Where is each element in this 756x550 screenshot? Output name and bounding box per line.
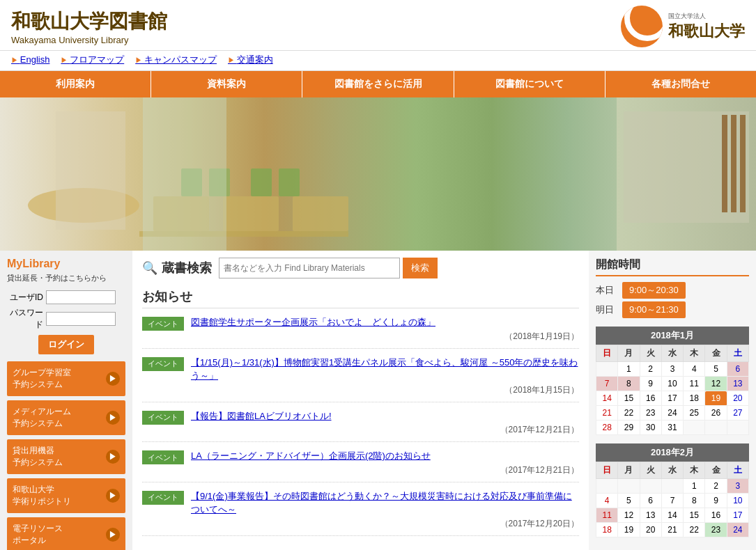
- cal-cell[interactable]: 14: [596, 391, 618, 406]
- news-item-5: イベント 【9/1(金)事業報告】その時図書館はどう動くか？～大規模災害時におけ…: [142, 489, 579, 536]
- cal-cell[interactable]: 20: [640, 523, 661, 537]
- userid-label: ユーザID: [7, 292, 43, 304]
- nav-more[interactable]: 図書館をさらに活用: [302, 71, 454, 97]
- cal-cell[interactable]: 1: [618, 362, 640, 377]
- password-input[interactable]: [46, 312, 116, 326]
- cal-cell[interactable]: 30: [640, 421, 661, 435]
- cal-cell[interactable]: 1: [684, 479, 705, 494]
- hero-image: [0, 97, 756, 251]
- cal-cell[interactable]: 9: [640, 377, 661, 391]
- userid-input[interactable]: [46, 290, 116, 304]
- cal-cell[interactable]: 27: [727, 406, 748, 421]
- cal-th-sun: 日: [596, 345, 618, 362]
- nav-about[interactable]: 図書館について: [454, 71, 605, 97]
- cal-cell[interactable]: 24: [727, 523, 748, 537]
- cal-cell[interactable]: 5: [618, 494, 640, 508]
- cal-cell[interactable]: 12: [618, 508, 640, 523]
- cal-cell[interactable]: 11: [684, 377, 705, 391]
- news-link[interactable]: 【1/15(月)～1/31(水)】博物館実習1受講生パネル展示「食べよら、駿河屋…: [191, 357, 578, 382]
- header: 和歌山大学図書館 Wakayama University Library 国立大…: [0, 0, 756, 51]
- cal-cell[interactable]: [596, 362, 618, 377]
- cal-cell[interactable]: 18: [684, 391, 705, 406]
- nav-contact[interactable]: 各種お問合せ: [605, 71, 756, 97]
- cal-cell[interactable]: 13: [727, 377, 748, 391]
- cal-cell[interactable]: 8: [684, 494, 705, 508]
- news-link[interactable]: 図書館学生サポーター企画展示「おいでよ どくしょの森」: [191, 317, 435, 327]
- cal-cell[interactable]: 10: [727, 494, 748, 508]
- cal-th-mon: 月: [618, 345, 640, 362]
- cal-cell[interactable]: 12: [705, 377, 727, 391]
- cal-cell-today[interactable]: 19: [705, 391, 727, 406]
- nav-materials[interactable]: 資料案内: [151, 71, 302, 97]
- cal-cell[interactable]: 5: [705, 362, 727, 377]
- news-link[interactable]: 【報告】図書館LAビブリオバトル!: [191, 411, 332, 421]
- cal-cell[interactable]: 26: [705, 406, 727, 421]
- cal-cell[interactable]: 20: [727, 391, 748, 406]
- cal-cell[interactable]: 9: [705, 494, 727, 508]
- cal-cell[interactable]: 2: [705, 479, 727, 494]
- news-link[interactable]: 【9/1(金)事業報告】その時図書館はどう動くか？～大規模災害時における対応及び…: [191, 491, 572, 515]
- sidebar-item-label: 貸出用機器予約システム: [13, 445, 63, 469]
- cal-cell[interactable]: 10: [661, 377, 683, 391]
- cal-cell[interactable]: 18: [596, 523, 618, 537]
- subnav: English フロアマップ キャンパスマップ 交通案内: [0, 51, 756, 71]
- cal-cell[interactable]: 4: [684, 362, 705, 377]
- sidebar-item-equipment[interactable]: 貸出用機器予約システム ▶: [7, 439, 125, 474]
- cal-cell[interactable]: 2: [640, 362, 661, 377]
- cal-cell[interactable]: 17: [727, 508, 748, 523]
- cal-th-fri: 金: [705, 462, 727, 479]
- today-label: 本日: [596, 284, 617, 297]
- sidebar-item-repository[interactable]: 和歌山大学学術リポジトリ ▶: [7, 478, 125, 513]
- cal-cell[interactable]: 21: [661, 523, 683, 537]
- search-button[interactable]: 検索: [403, 258, 438, 278]
- sidebar-item-media-room[interactable]: メディアルーム予約システム ▶: [7, 400, 125, 435]
- cal-cell[interactable]: 22: [618, 406, 640, 421]
- cal-cell[interactable]: 25: [684, 406, 705, 421]
- cal-cell[interactable]: 14: [661, 508, 683, 523]
- subnav-english[interactable]: English: [11, 54, 49, 65]
- cal-cell[interactable]: 15: [618, 391, 640, 406]
- search-label: 蔵書検索: [162, 260, 212, 276]
- news-tag: イベント: [142, 491, 184, 505]
- subnav-access[interactable]: 交通案内: [228, 54, 273, 66]
- cal-cell[interactable]: 16: [640, 391, 661, 406]
- cal-cell[interactable]: 13: [640, 508, 661, 523]
- cal-cell[interactable]: 16: [705, 508, 727, 523]
- calendar-jan-table: 日 月 火 水 木 金 土 1 2 3 4: [596, 345, 749, 435]
- cal-cell[interactable]: 23: [705, 523, 727, 537]
- cal-cell[interactable]: 23: [640, 406, 661, 421]
- arrow-icon: ▶: [106, 489, 120, 503]
- news-item-3: イベント 【報告】図書館LAビブリオバトル! （2017年12月21日）: [142, 409, 579, 443]
- cal-cell[interactable]: 28: [596, 421, 618, 435]
- cal-cell[interactable]: 17: [661, 391, 683, 406]
- news-content: LA（ラーニング・アドバイザー）企画展示(2階)のお知らせ （2017年12月2…: [191, 449, 579, 476]
- cal-cell[interactable]: 19: [618, 523, 640, 537]
- calendar-february: 2018年2月 日 月 火 水 木 金 土: [596, 443, 749, 537]
- cal-cell[interactable]: 8: [618, 377, 640, 391]
- cal-cell[interactable]: 3: [661, 362, 683, 377]
- cal-cell[interactable]: 6: [727, 362, 748, 377]
- search-input[interactable]: [219, 258, 400, 278]
- cal-cell[interactable]: 21: [596, 406, 618, 421]
- sidebar-item-eresource[interactable]: 電子リソースポータル ▶: [7, 517, 125, 550]
- cal-th-wed: 水: [661, 462, 683, 479]
- cal-cell[interactable]: 6: [640, 494, 661, 508]
- cal-cell[interactable]: 24: [661, 406, 683, 421]
- nav-usage[interactable]: 利用案内: [0, 71, 151, 97]
- cal-cell[interactable]: 7: [661, 494, 683, 508]
- subnav-floormap[interactable]: フロアマップ: [61, 54, 124, 66]
- cal-cell[interactable]: 4: [596, 494, 618, 508]
- cal-cell[interactable]: 31: [661, 421, 683, 435]
- news-link[interactable]: LA（ラーニング・アドバイザー）企画展示(2階)のお知らせ: [191, 450, 431, 461]
- login-button[interactable]: ログイン: [38, 335, 94, 354]
- cal-cell[interactable]: 29: [618, 421, 640, 435]
- sidebar-item-group-study[interactable]: グループ学習室予約システム ▶: [7, 361, 125, 396]
- news-tag: イベント: [142, 357, 184, 371]
- cal-cell[interactable]: 3: [727, 479, 748, 494]
- subnav-campusmap[interactable]: キャンパスマップ: [135, 54, 217, 66]
- cal-cell[interactable]: 7: [596, 377, 618, 391]
- cal-cell[interactable]: 11: [596, 508, 618, 523]
- arrow-icon: ▶: [106, 411, 120, 425]
- cal-cell[interactable]: 15: [684, 508, 705, 523]
- cal-cell[interactable]: 22: [684, 523, 705, 537]
